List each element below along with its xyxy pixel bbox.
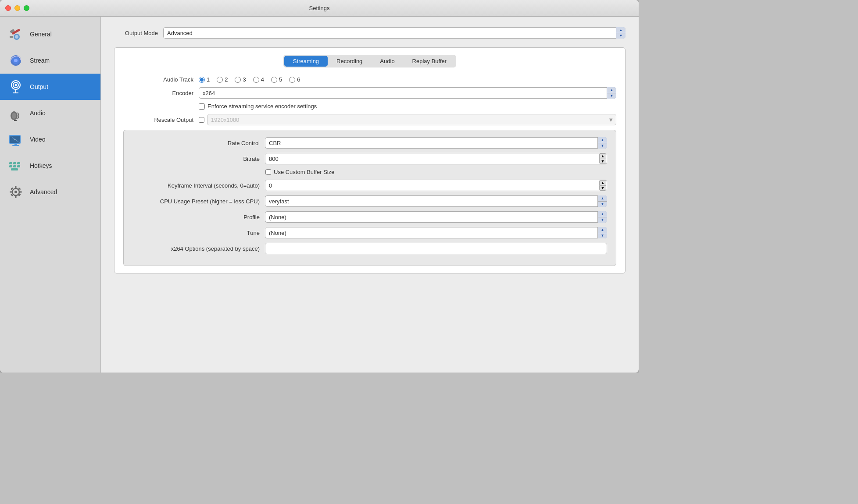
bitrate-up[interactable]: ▲ [599, 153, 606, 159]
radio-track-6[interactable]: 6 [289, 76, 300, 83]
bitrate-label: Bitrate [132, 156, 260, 162]
sidebar-item-advanced[interactable]: Advanced [0, 179, 100, 205]
svg-point-18 [14, 139, 16, 140]
keyframe-down[interactable]: ▼ [599, 185, 606, 191]
tab-audio[interactable]: Audio [371, 56, 403, 67]
general-icon [7, 25, 25, 43]
x264-options-input[interactable] [265, 243, 607, 254]
rate-control-row: Rate Control CBR VBR ABR CRF ▲ ▼ [132, 137, 607, 149]
output-mode-stepper-up[interactable]: ▲ [616, 27, 626, 33]
encoder-stepper-down[interactable]: ▼ [607, 93, 616, 99]
rate-control-stepper-down[interactable]: ▼ [598, 143, 607, 149]
profile-stepper: ▲ ▼ [597, 211, 607, 223]
sidebar-item-output[interactable]: Output [0, 74, 100, 100]
cpu-preset-select[interactable]: veryfast ultrafast superfast faster fast… [265, 195, 607, 207]
radio-track-4[interactable]: 4 [253, 76, 264, 83]
tab-recording[interactable]: Recording [328, 56, 371, 67]
x264-options-row: x264 Options (separated by space) [132, 243, 607, 254]
svg-point-4 [15, 35, 18, 39]
profile-stepper-up[interactable]: ▲ [598, 211, 607, 217]
rate-control-label: Rate Control [132, 140, 260, 146]
keyframe-row: Keyframe Interval (seconds, 0=auto) ▲ ▼ [132, 180, 607, 191]
keyframe-stepper-wrapper: ▲ ▼ [265, 180, 607, 191]
sidebar-label-output: Output [30, 83, 48, 90]
tune-stepper-up[interactable]: ▲ [598, 227, 607, 233]
enforce-row: Enforce streaming service encoder settin… [123, 103, 616, 110]
svg-rect-2 [10, 36, 13, 38]
cpu-preset-label: CPU Usage Preset (higher = less CPU) [132, 198, 260, 205]
minimize-button[interactable] [14, 5, 20, 11]
rescale-label: Rescale Output [123, 117, 193, 123]
audio-track-row: Audio Track 1 2 3 [123, 76, 616, 83]
svg-rect-31 [19, 192, 22, 193]
tab-replay-buffer[interactable]: Replay Buffer [404, 56, 456, 67]
sidebar-item-hotkeys[interactable]: Hotkeys [0, 153, 100, 179]
profile-stepper-down[interactable]: ▼ [598, 217, 607, 223]
radio-track-5[interactable]: 5 [271, 76, 282, 83]
tab-streaming[interactable]: Streaming [284, 56, 328, 67]
rescale-select[interactable]: 1920x1080 [207, 114, 616, 125]
svg-point-27 [14, 191, 17, 193]
settings-window: Settings General [0, 0, 639, 373]
output-mode-stepper-down[interactable]: ▼ [616, 33, 626, 39]
sidebar-item-stream[interactable]: Stream [0, 47, 100, 74]
cpu-preset-stepper: ▲ ▼ [597, 195, 607, 207]
radio-track-3[interactable]: 3 [235, 76, 246, 83]
encoder-stepper-up[interactable]: ▲ [607, 87, 616, 93]
tune-select[interactable]: (None) film animation grain stillimage p… [265, 227, 607, 238]
cpu-preset-stepper-up[interactable]: ▲ [598, 195, 607, 202]
tune-label: Tune [132, 230, 260, 236]
custom-buffer-row: Use Custom Buffer Size [132, 169, 607, 175]
sidebar-label-stream: Stream [30, 57, 50, 64]
bitrate-stepper-wrapper: ▲ ▼ [265, 153, 607, 164]
custom-buffer-checkbox[interactable] [265, 169, 271, 175]
tune-stepper-down[interactable]: ▼ [598, 233, 607, 239]
svg-point-10 [15, 84, 17, 86]
enforce-checkbox[interactable] [199, 103, 205, 110]
svg-rect-21 [17, 162, 20, 164]
sidebar-item-audio[interactable]: Audio [0, 100, 100, 126]
cpu-preset-select-wrapper: veryfast ultrafast superfast faster fast… [265, 195, 607, 207]
encoder-select-wrapper: x264 NVENC AMD ▲ ▼ [199, 87, 616, 99]
rescale-checkbox[interactable] [199, 117, 204, 123]
radio-track-1[interactable]: 1 [199, 76, 210, 83]
encoder-select[interactable]: x264 NVENC AMD [199, 87, 616, 99]
sidebar-item-general[interactable]: General [0, 21, 100, 47]
traffic-lights [5, 5, 29, 11]
sidebar-label-advanced: Advanced [30, 188, 57, 195]
maximize-button[interactable] [24, 5, 29, 11]
keyframe-up[interactable]: ▲ [599, 180, 606, 185]
keyframe-stepper-btns: ▲ ▼ [599, 180, 606, 191]
svg-rect-25 [11, 168, 18, 170]
output-mode-label: Output Mode [114, 30, 158, 36]
rate-control-stepper: ▲ ▼ [597, 137, 607, 149]
bitrate-down[interactable]: ▼ [599, 159, 606, 164]
svg-point-7 [14, 59, 18, 62]
profile-row: Profile (None) baseline main high ▲ ▼ [132, 211, 607, 223]
rate-control-select-wrapper: CBR VBR ABR CRF ▲ ▼ [265, 137, 607, 149]
rescale-row: Rescale Output 1920x1080 ▼ [123, 114, 616, 125]
rate-control-select[interactable]: CBR VBR ABR CRF [265, 137, 607, 149]
output-mode-select[interactable]: Advanced Simple [163, 27, 626, 39]
enforce-label: Enforce streaming service encoder settin… [207, 103, 317, 110]
keyframe-input[interactable] [265, 180, 607, 191]
svg-rect-20 [13, 162, 16, 164]
rate-control-stepper-up[interactable]: ▲ [598, 137, 607, 143]
profile-select[interactable]: (None) baseline main high [265, 211, 607, 223]
hotkeys-icon [7, 157, 25, 174]
sidebar-label-general: General [30, 31, 52, 38]
profile-label: Profile [132, 214, 260, 220]
video-icon [7, 131, 25, 148]
tune-row: Tune (None) film animation grain stillim… [132, 227, 607, 238]
cpu-preset-stepper-down[interactable]: ▼ [598, 202, 607, 207]
radio-track-2[interactable]: 2 [217, 76, 228, 83]
bitrate-input[interactable] [265, 153, 607, 164]
sidebar: General Stream [0, 17, 101, 373]
close-button[interactable] [5, 5, 11, 11]
sidebar-item-video[interactable]: Video [0, 126, 100, 153]
audio-track-label: Audio Track [123, 76, 193, 83]
svg-rect-24 [17, 165, 20, 167]
encoder-settings-box: Rate Control CBR VBR ABR CRF ▲ ▼ [123, 130, 616, 266]
window-title: Settings [309, 5, 330, 11]
output-mode-stepper: ▲ ▼ [616, 27, 626, 39]
